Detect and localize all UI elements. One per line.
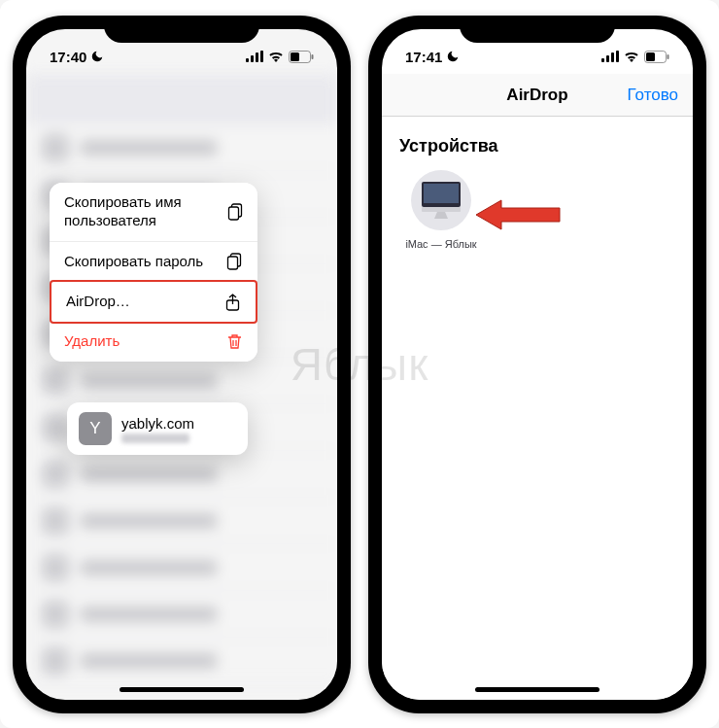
svg-rect-14 xyxy=(611,52,614,62)
devices-section-title: Устройства xyxy=(399,136,675,156)
home-indicator xyxy=(120,687,244,692)
device-notch xyxy=(104,16,259,43)
cellular-signal-icon xyxy=(601,51,619,62)
menu-item-label: Скопировать имя пользователя xyxy=(64,193,227,230)
airdrop-header: AirDrop Готово xyxy=(382,74,693,117)
svg-rect-8 xyxy=(229,207,239,220)
menu-item-label: AirDrop… xyxy=(66,293,130,311)
battery-icon xyxy=(644,51,669,63)
svg-rect-13 xyxy=(606,55,609,62)
done-button[interactable]: Готово xyxy=(628,86,679,105)
menu-item-label: Скопировать пароль xyxy=(64,253,203,271)
phone-frame-left: 17:40 xyxy=(13,16,351,713)
svg-rect-17 xyxy=(646,52,655,61)
home-indicator xyxy=(475,687,599,692)
svg-rect-18 xyxy=(668,54,669,59)
menu-copy-password[interactable]: Скопировать пароль xyxy=(50,242,257,283)
airdrop-title: AirDrop xyxy=(506,86,567,105)
menu-copy-username[interactable]: Скопировать имя пользователя xyxy=(50,183,257,242)
site-name: yablyk.com xyxy=(121,415,194,432)
phone-frame-right: 17:41 xyxy=(368,16,706,713)
annotation-arrow-icon xyxy=(476,197,564,236)
status-time: 17:41 xyxy=(405,49,442,65)
svg-rect-12 xyxy=(601,58,604,62)
svg-rect-20 xyxy=(424,184,459,203)
copy-icon xyxy=(227,203,243,221)
svg-marker-22 xyxy=(476,200,560,229)
trash-icon xyxy=(225,333,243,350)
share-icon xyxy=(223,294,241,311)
imac-icon xyxy=(411,170,471,230)
wifi-icon xyxy=(624,51,639,62)
menu-item-label: Удалить xyxy=(64,332,120,351)
airdrop-device[interactable]: iMac — Яблык xyxy=(399,170,483,251)
menu-delete[interactable]: Удалить xyxy=(50,322,257,362)
context-menu: Скопировать имя пользователя Скопировать… xyxy=(50,183,257,362)
svg-rect-10 xyxy=(228,257,238,269)
svg-rect-15 xyxy=(616,51,619,62)
menu-airdrop[interactable]: AirDrop… xyxy=(50,280,257,324)
svg-rect-21 xyxy=(422,207,461,212)
copy-icon xyxy=(225,253,243,270)
device-notch xyxy=(460,16,615,43)
do-not-disturb-icon xyxy=(446,50,460,63)
site-avatar: Y xyxy=(79,412,112,445)
password-preview-card[interactable]: Y yablyk.com xyxy=(67,402,248,455)
blurred-username xyxy=(121,433,189,443)
airdrop-device-name: iMac — Яблык xyxy=(399,238,483,251)
